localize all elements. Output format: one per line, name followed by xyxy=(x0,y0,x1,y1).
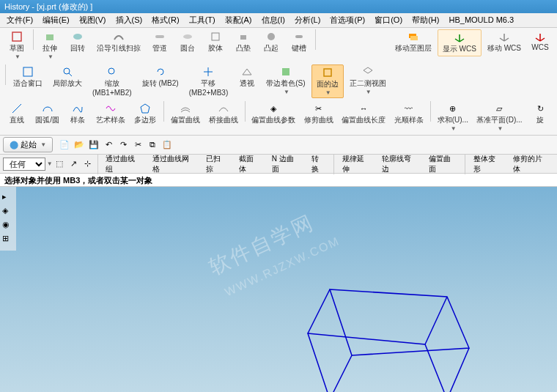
art-spline-icon xyxy=(105,103,117,114)
move-layer-button[interactable]: 移动至图层 xyxy=(391,29,436,55)
edit-curve-button[interactable]: 偏置曲线 xyxy=(167,101,204,127)
spline-button[interactable]: 样条 xyxy=(64,101,91,127)
menu-analysis[interactable]: 分析(L) xyxy=(291,15,324,24)
menu-help[interactable]: 帮助(H) xyxy=(408,15,443,24)
move-wcs-button[interactable]: 移动 WCS xyxy=(483,29,525,55)
redo-icon[interactable]: ↷ xyxy=(117,139,129,151)
rotate2-button[interactable]: ↻旋 xyxy=(527,101,553,127)
open-icon[interactable]: 📂 xyxy=(73,139,85,151)
new-icon[interactable]: 📄 xyxy=(59,139,70,151)
tube-icon xyxy=(154,31,166,42)
extrude-button[interactable]: 拉伸▼ xyxy=(37,29,63,62)
perspective-button[interactable]: 透视 xyxy=(234,64,260,90)
filter-select[interactable]: 任何 xyxy=(3,158,45,171)
wcs-icon xyxy=(534,31,546,42)
menu-assembly[interactable]: 装配(A) xyxy=(221,15,256,24)
rotate-button[interactable]: 旋转 (MB2) xyxy=(138,64,183,90)
ribbon: 草图▼ 拉伸▼ 回转 沿导引线扫掠 管道 圆台 胶体 凸垫 凸起 键槽 移动至图… xyxy=(0,28,557,136)
tool-2[interactable]: ◈ xyxy=(2,206,14,218)
zoom-icon xyxy=(106,66,118,78)
menu-insert[interactable]: 插入(S) xyxy=(112,15,147,24)
global-deform-button[interactable]: 整体变形 xyxy=(469,153,506,175)
trim-curve-button[interactable]: ✂修剪曲线 xyxy=(300,101,337,127)
sweep-icon xyxy=(113,31,125,42)
line-icon xyxy=(11,103,23,114)
tool-3[interactable]: ◉ xyxy=(2,220,14,232)
menu-window[interactable]: 窗口(O) xyxy=(371,15,406,24)
menu-bar: 文件(F) 编辑(E) 视图(V) 插入(S) 格式(R) 工具(T) 装配(A… xyxy=(0,13,557,28)
menu-prefs[interactable]: 首选项(P) xyxy=(326,15,369,24)
svg-line-17 xyxy=(12,104,21,113)
face-edge-button[interactable]: 面的边▼ xyxy=(311,64,344,98)
pad-button[interactable]: 凸垫 xyxy=(230,29,257,55)
menu-hbmould[interactable]: HB_MOULD M6.3 xyxy=(446,15,518,24)
menu-view[interactable]: 视图(V) xyxy=(75,15,110,24)
guide-sweep-button[interactable]: 沿导引线扫掠 xyxy=(92,29,145,55)
datum-plane-button[interactable]: ▱基准平面(D)...▼ xyxy=(473,101,525,133)
tool-1[interactable]: ▸ xyxy=(2,192,14,204)
zoom-button[interactable]: 缩放(MB1+MB2) xyxy=(88,64,136,98)
arc-button[interactable]: 圆弧/圆 xyxy=(32,101,63,127)
shell-button[interactable]: 胶体 xyxy=(202,29,229,55)
trimetric-button[interactable]: 正二测视图▼ xyxy=(345,64,391,97)
edit-curve-param-button[interactable]: ◈偏置曲线参数 xyxy=(248,101,299,127)
viewport[interactable]: ▸ ◈ ◉ ⊞ 软件自学网 WWW.RJZXW.COM XC YC ZC xyxy=(0,187,557,392)
cut-icon[interactable]: ✂ xyxy=(132,139,144,151)
menu-edit[interactable]: 编辑(E) xyxy=(39,15,73,24)
convert-button[interactable]: 转换 xyxy=(307,153,330,175)
curve-length-button[interactable]: ↔偏置曲线长度 xyxy=(339,101,389,127)
keyslot-button[interactable]: 键槽 xyxy=(286,29,312,55)
filter-icon-1[interactable]: ⬚ xyxy=(54,158,65,170)
revolve-button[interactable]: 回转 xyxy=(64,29,91,55)
offset-surf-button[interactable]: 偏置曲面 xyxy=(424,153,461,175)
boss-button[interactable]: 凸起 xyxy=(258,29,284,55)
undo-icon[interactable]: ↶ xyxy=(103,139,114,151)
pad-icon xyxy=(237,31,249,42)
filter-icon-2[interactable]: ↗ xyxy=(68,158,79,170)
paste-icon[interactable]: 📋 xyxy=(161,139,173,151)
trim-sheet-button[interactable]: 修剪的片体 xyxy=(509,153,553,175)
persp-icon xyxy=(241,66,253,78)
bridge-curve-button[interactable]: 桥接曲线 xyxy=(205,101,242,127)
show-wcs-button[interactable]: 显示 WCS xyxy=(438,29,482,56)
save-icon[interactable]: 💾 xyxy=(88,139,100,151)
start-button[interactable]: ⬤ 起始 ▼ xyxy=(3,137,53,152)
sum-icon: ⊕ xyxy=(447,103,459,114)
trimetric-icon xyxy=(362,66,374,78)
disk-button[interactable]: 圆台 xyxy=(174,29,201,55)
menu-info[interactable]: 信息(I) xyxy=(258,15,289,24)
through-curves-button[interactable]: 通过曲线组 xyxy=(101,153,145,175)
swept-button[interactable]: 已扫掠 xyxy=(202,153,232,175)
tool-4[interactable]: ⊞ xyxy=(2,234,14,245)
rot-icon: ↻ xyxy=(534,103,546,114)
smooth-spline-button[interactable]: 〰光顺样条 xyxy=(391,101,427,127)
sum-button[interactable]: ⊕求和(U)...▼ xyxy=(434,101,472,133)
svg-point-7 xyxy=(268,33,275,40)
tube-button[interactable]: 管道 xyxy=(147,29,173,55)
copy-icon[interactable]: ⧉ xyxy=(147,139,158,151)
local-zoom-button[interactable]: 局部放大 xyxy=(48,64,86,90)
wcs-button[interactable]: WCS xyxy=(527,29,553,53)
filter-icon-3[interactable]: ⊹ xyxy=(82,158,93,170)
section-button[interactable]: 截面体 xyxy=(235,153,265,175)
art-spline-button[interactable]: 艺术样条 xyxy=(92,101,129,127)
wireframe-cube[interactable] xyxy=(278,275,484,392)
polygon-button[interactable]: 多边形 xyxy=(130,101,161,127)
extend-button[interactable]: 规律延伸 xyxy=(338,153,375,175)
menu-format[interactable]: 格式(R) xyxy=(148,15,182,24)
line-button[interactable]: 直线 xyxy=(4,101,30,127)
pan-button[interactable]: 平移(MB2+MB3) xyxy=(185,64,233,98)
quick-access-row: ⬤ 起始 ▼ 📄 📂 💾 ↶ ↷ ✂ ⧉ 📋 xyxy=(0,136,557,155)
edge-color-button[interactable]: 带边着色(S)▼ xyxy=(262,64,309,97)
n-surface-button[interactable]: N 边曲面 xyxy=(268,153,304,175)
extrude-icon xyxy=(44,31,56,42)
wheel-bend-button[interactable]: 轮廓线弯边 xyxy=(377,153,421,175)
sketch-button[interactable]: 草图▼ xyxy=(4,29,30,62)
fit-window-button[interactable]: 适合窗口 xyxy=(9,64,47,90)
svg-rect-8 xyxy=(295,35,303,38)
menu-file[interactable]: 文件(F) xyxy=(3,15,37,24)
through-mesh-button[interactable]: 通过曲线网格 xyxy=(148,153,199,175)
menu-tools[interactable]: 工具(T) xyxy=(185,15,219,24)
svg-rect-16 xyxy=(324,69,331,76)
shell-icon xyxy=(210,31,221,42)
